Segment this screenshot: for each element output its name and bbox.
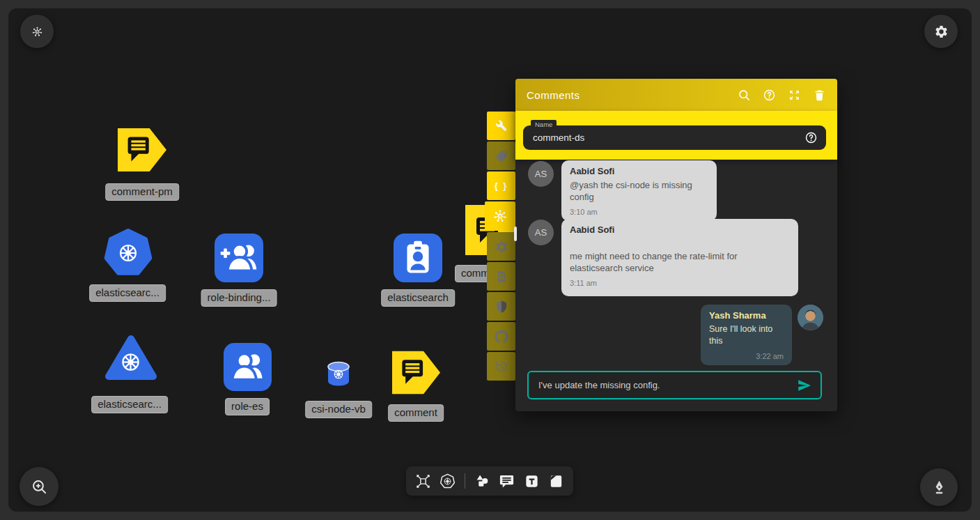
node-service-account[interactable]: [394, 234, 442, 285]
message-time: 3:10 am: [570, 208, 708, 216]
panel-resize-handle[interactable]: [514, 227, 517, 241]
name-field-label: Name: [531, 120, 557, 129]
comment-composer: [527, 371, 822, 399]
message-author: Aabid Sofi: [570, 166, 708, 176]
role-icon: [224, 343, 272, 391]
send-icon[interactable]: [797, 378, 812, 393]
message-author: Yash Sharma: [709, 310, 784, 321]
document-search-icon: [495, 270, 508, 284]
comments-panel-header: Comments: [515, 79, 837, 111]
gear-icon: [934, 24, 949, 39]
toolbar-tags-button[interactable]: [487, 142, 515, 170]
toolbar-security-button[interactable]: [487, 292, 515, 321]
avatar-initials: AS: [535, 227, 547, 238]
text-tool-icon[interactable]: [524, 473, 540, 489]
name-input[interactable]: [531, 132, 804, 144]
message-text: Sure I'll look into this: [709, 323, 784, 347]
settings-button[interactable]: [924, 15, 958, 48]
github-icon: [495, 330, 508, 344]
comment-node-icon: [392, 351, 440, 395]
name-field: [523, 125, 826, 150]
message-bubble: Aabid Sofi me might need to change the r…: [561, 219, 798, 296]
avatar-initials: AS: [535, 169, 547, 179]
name-section: Name: [515, 111, 837, 160]
node-label: elasticsearc...: [89, 284, 166, 302]
mesh-flower-icon: [492, 208, 508, 224]
toolbar-divider: [465, 473, 465, 489]
toolbar-settings-button[interactable]: [487, 232, 515, 261]
field-help-icon[interactable]: [804, 131, 818, 144]
gear-icon: [495, 240, 508, 254]
node-label: role-binding...: [201, 289, 277, 307]
node-role-binding[interactable]: [215, 234, 263, 285]
mesh-sync-button[interactable]: [20, 15, 54, 48]
pen-nib-icon: [931, 480, 947, 496]
role-binding-icon: [215, 234, 263, 282]
kubernetes-heptagon-icon: [103, 228, 153, 278]
node-elasticsearch-triangle[interactable]: [104, 334, 157, 385]
shapes-icon[interactable]: [474, 473, 490, 489]
mesh-flower-icon: [31, 26, 43, 38]
message-bubble: Aabid Sofi @yash the csi-node is missing…: [561, 160, 717, 221]
kubernetes-triangle-icon: [104, 334, 157, 383]
history-icon: [495, 360, 508, 374]
node-label: csi-node-vb: [305, 401, 372, 418]
service-account-icon: [394, 234, 442, 282]
node-elasticsearch-heptagon[interactable]: [103, 228, 153, 281]
toolbar-configure-button[interactable]: [487, 112, 515, 140]
node-role-es[interactable]: [224, 343, 272, 394]
zoom-in-icon: [31, 478, 48, 496]
tag-icon: [495, 149, 508, 163]
node-label: elasticsearch: [381, 289, 455, 307]
message-text: me might need to change the rate-limit f…: [570, 250, 790, 274]
comment-input[interactable]: [537, 379, 797, 391]
image-tool-icon[interactable]: [548, 473, 564, 489]
avatar-photo: [798, 305, 823, 330]
message-author: Aabid Sofi: [570, 224, 790, 235]
message-time: 3:22 am: [709, 352, 784, 360]
expand-icon[interactable]: [788, 89, 801, 102]
message-bubble: Yash Sharma Sure I'll look into this 3:2…: [701, 305, 792, 365]
message-text: @yash the csi-node is missing config: [570, 179, 708, 203]
node-comment-pm[interactable]: [118, 128, 166, 175]
node-comment[interactable]: [392, 351, 440, 397]
canvas-bottom-toolbar: [406, 466, 573, 496]
storage-cylinder-icon: [326, 360, 351, 388]
avatar: AS: [528, 220, 554, 245]
design-diagram-icon[interactable]: [415, 473, 431, 489]
node-label: elasticsearc...: [91, 396, 168, 413]
message-time: 3:11 am: [570, 279, 790, 287]
help-icon[interactable]: [763, 89, 776, 102]
kubernetes-icon[interactable]: [440, 473, 456, 489]
trash-icon[interactable]: [813, 89, 826, 102]
toolbar-json-button[interactable]: { }: [487, 171, 515, 200]
toolbar-github-button[interactable]: [487, 322, 515, 351]
profile-photo: [798, 305, 823, 330]
avatar: AS: [528, 161, 554, 187]
zoom-button[interactable]: [20, 467, 59, 506]
comment-node-icon: [118, 128, 166, 172]
node-csi-node-vb[interactable]: [326, 360, 351, 391]
wrench-icon: [495, 119, 508, 133]
node-label: role-es: [225, 398, 270, 415]
comments-panel: Comments Name AS Aabid Sofi @yash the cs…: [515, 79, 837, 411]
toolbar-audit-button[interactable]: [487, 262, 515, 291]
braces-icon: { }: [495, 181, 508, 191]
shield-icon: [495, 300, 508, 314]
pen-tool-button[interactable]: [920, 468, 958, 506]
node-label: comment: [388, 404, 444, 422]
comment-tool-icon[interactable]: [499, 473, 515, 489]
toolbar-history-button[interactable]: [487, 352, 515, 381]
search-icon[interactable]: [738, 89, 751, 102]
node-label: comment-pm: [105, 183, 179, 201]
panel-title: Comments: [527, 89, 726, 101]
toolbar-mesh-button[interactable]: [485, 201, 515, 231]
